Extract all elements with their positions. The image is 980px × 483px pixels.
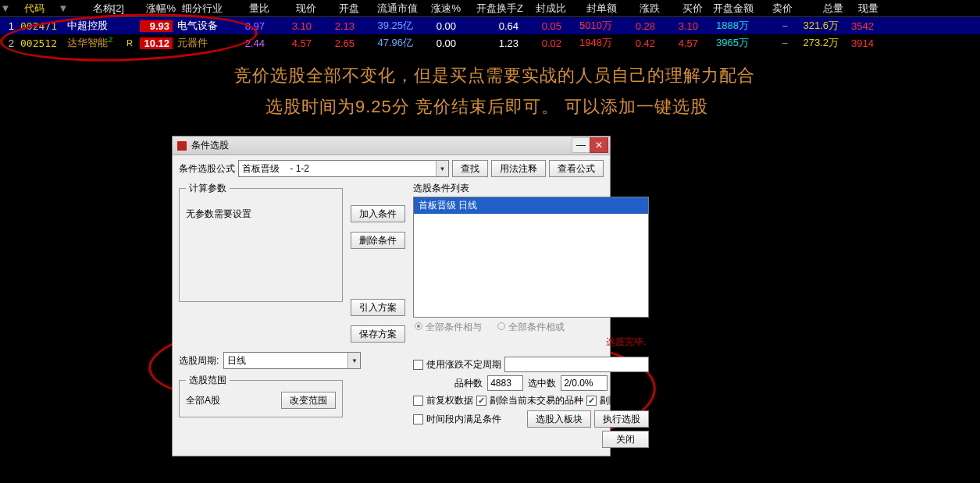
- run-selection-button[interactable]: 执行选股: [594, 410, 649, 428]
- price-cell: 4.57: [268, 37, 315, 49]
- row-idx: 2: [0, 37, 17, 49]
- last-cell: 3914: [842, 37, 877, 49]
- col-industry[interactable]: 细分行业: [179, 2, 226, 16]
- turnover-cell: 1.23: [459, 37, 522, 49]
- dd-icon1[interactable]: ▼: [0, 2, 11, 14]
- find-button[interactable]: 查找: [452, 160, 488, 177]
- col-sealamt[interactable]: 封单额: [569, 2, 620, 16]
- sealamt-cell: 1948万: [565, 36, 615, 50]
- use-period-checkbox[interactable]: [413, 360, 423, 370]
- table-header: ▼ 代码 ▼ 名称[2] 涨幅% 细分行业 量比 现价 开盘 流通市值 涨速% …: [0, 0, 980, 17]
- volratio-cell: 2.44: [221, 37, 268, 49]
- period-combo[interactable]: ▼: [223, 352, 361, 369]
- col-pct[interactable]: 涨幅%: [141, 2, 179, 16]
- timerange-label: 时间段内满足条件: [426, 413, 524, 426]
- app-icon: [177, 141, 187, 151]
- fuquan-checkbox[interactable]: [413, 396, 423, 406]
- col-sell[interactable]: 卖价: [757, 2, 796, 16]
- col-mcap[interactable]: 流通市值: [362, 2, 421, 16]
- sell-cell: −: [752, 37, 791, 49]
- exclude-notrade-checkbox[interactable]: [476, 396, 486, 406]
- radio-and[interactable]: 全部条件相与: [415, 321, 482, 334]
- industry-cell: 电气设备: [174, 19, 221, 33]
- close-button[interactable]: 关闭: [602, 431, 649, 448]
- buy-cell: 4.57: [658, 37, 701, 49]
- table-row[interactable]: 2 002512 达华智能Z R 10.12 元器件 2.44 4.57 2.6…: [0, 34, 980, 51]
- sealratio-cell: 0.02: [522, 37, 565, 49]
- col-zd[interactable]: 涨跌: [620, 2, 663, 16]
- fuquan-label: 前复权数据: [426, 394, 473, 407]
- col-sealratio[interactable]: 封成比: [526, 2, 569, 16]
- to-block-button[interactable]: 选股入板块: [527, 410, 591, 428]
- condition-selection-dialog: 条件选股 — ✕ 条件选股公式 ▼ 查找 用法注释 查看公式 计算参数 无参数需…: [172, 136, 611, 456]
- col-openamt[interactable]: 开盘金额: [706, 2, 757, 16]
- total-label: 品种数: [454, 377, 483, 390]
- annotation-line2: 选股时间为9.25分 竞价结束后即可。 可以添加一键选股: [265, 95, 708, 119]
- col-volratio[interactable]: 量比: [226, 2, 273, 16]
- mcap-cell: 47.96亿: [358, 36, 416, 50]
- buy-cell: 3.10: [658, 20, 701, 32]
- mcap-cell: 39.25亿: [358, 19, 416, 33]
- stock-name: 中超控股: [64, 19, 123, 33]
- industry-cell: 元器件: [174, 36, 221, 50]
- save-scheme-button[interactable]: 保存方案: [351, 325, 405, 343]
- formula-combo[interactable]: ▼: [238, 160, 449, 177]
- dialog-titlebar[interactable]: 条件选股 — ✕: [173, 137, 610, 155]
- hit-label: 选中数: [528, 377, 556, 390]
- period-input[interactable]: [224, 353, 347, 368]
- col-turnover[interactable]: 开盘换手Z: [464, 2, 526, 16]
- import-scheme-button[interactable]: 引入方案: [351, 299, 405, 316]
- stock-code: 002471: [17, 20, 64, 32]
- close-x-button[interactable]: ✕: [590, 137, 608, 153]
- openamt-cell: 1888万: [701, 19, 752, 33]
- dd-icon2[interactable]: ▼: [58, 2, 69, 14]
- last-cell: 3542: [842, 20, 877, 32]
- period-label: 选股周期:: [179, 354, 219, 368]
- vol-cell: 273.2万: [791, 36, 842, 50]
- exclude-st-label: 剔除ST品种: [600, 394, 649, 407]
- period-value-input[interactable]: [504, 357, 649, 372]
- table-row[interactable]: 1 002471 中超控股 9.93 电气设备 8.97 3.10 2.13 3…: [0, 17, 980, 34]
- conditions-listbox[interactable]: 首板晋级 日线: [413, 197, 649, 318]
- view-formula-button[interactable]: 查看公式: [549, 160, 604, 177]
- status-done-text: 选股完毕.: [413, 334, 649, 353]
- r-flag: R: [123, 38, 137, 48]
- conditions-list-label: 选股条件列表: [413, 182, 649, 195]
- stock-code: 002512: [17, 37, 64, 49]
- exclude-notrade-label: 剔除当前未交易的品种: [490, 394, 583, 407]
- formula-label: 条件选股公式: [179, 162, 235, 176]
- condition-item[interactable]: 首板晋级 日线: [414, 197, 648, 214]
- pct-cell: 10.12: [137, 37, 174, 49]
- col-vol[interactable]: 总量: [796, 2, 846, 16]
- radio-or[interactable]: 全部条件相或: [497, 321, 565, 334]
- open-cell: 2.65: [315, 37, 358, 49]
- params-legend: 计算参数: [186, 182, 230, 195]
- col-speed[interactable]: 涨速%: [421, 2, 464, 16]
- stock-name: 达华智能Z: [64, 36, 123, 50]
- total-input: [487, 375, 523, 391]
- params-fieldset: 计算参数 无参数需要设置: [179, 182, 343, 302]
- exclude-st-checkbox[interactable]: [586, 396, 597, 406]
- col-price[interactable]: 现价: [273, 2, 319, 16]
- openamt-cell: 3965万: [701, 36, 752, 50]
- minimize-button[interactable]: —: [572, 137, 590, 153]
- formula-input[interactable]: [239, 161, 436, 176]
- chevron-down-icon[interactable]: ▼: [436, 161, 448, 176]
- usage-button[interactable]: 用法注释: [491, 160, 546, 177]
- timerange-checkbox[interactable]: [413, 414, 423, 424]
- speed-cell: 0.00: [416, 20, 459, 32]
- row-idx: 1: [0, 20, 17, 32]
- col-buy[interactable]: 买价: [663, 2, 706, 16]
- use-period-label: 使用涨跌不定周期: [426, 358, 501, 371]
- vol-cell: 321.6万: [791, 19, 842, 33]
- add-condition-button[interactable]: 加入条件: [351, 205, 405, 222]
- range-fieldset: 选股范围 全部A股 改变范围: [179, 374, 343, 417]
- delete-condition-button[interactable]: 删除条件: [351, 232, 405, 249]
- col-open[interactable]: 开盘: [319, 2, 362, 16]
- col-name[interactable]: 名称[2]: [69, 2, 127, 16]
- speed-cell: 0.00: [416, 37, 459, 49]
- col-last[interactable]: 现量: [846, 2, 882, 16]
- hit-input: [561, 375, 608, 391]
- change-range-button[interactable]: 改变范围: [281, 392, 336, 409]
- col-code[interactable]: 代码: [11, 2, 58, 16]
